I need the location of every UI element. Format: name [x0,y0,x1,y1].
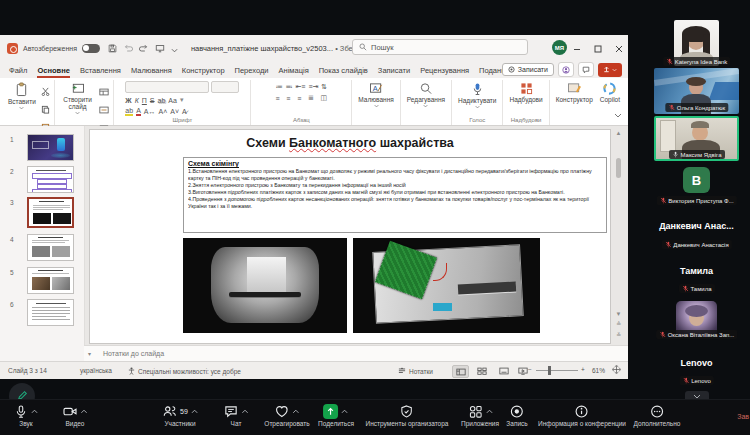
slide-text-box[interactable]: Схема скімінгу 1.Встановлення електронно… [183,157,607,233]
tab-review[interactable]: Рецензування [420,66,469,78]
tab-design[interactable]: Конструктор [182,66,225,78]
participant-tile-tamyla[interactable]: Тамила [643,266,750,276]
chevron-up-icon[interactable] [486,409,493,414]
share-screen-button[interactable]: Поделиться [318,403,354,427]
dictate-button[interactable]: Надиктувати [456,81,498,110]
tab-slideshow[interactable]: Показ слайдів [319,66,368,78]
audio-button[interactable]: Звук [14,403,38,427]
record-meeting-button[interactable]: Запись [506,403,527,427]
text-shadow-button[interactable]: ab [158,97,166,104]
strikethrough-button[interactable]: S [150,97,155,104]
slide-sorter-view-button[interactable] [474,365,489,376]
bullets-button[interactable]: ≔ [275,83,282,91]
chevron-up-icon[interactable] [191,409,198,414]
font-name-select[interactable] [125,81,209,93]
more-button[interactable]: Дополнительно [634,403,681,427]
tab-record[interactable]: Записати [378,66,410,78]
next-slide-button[interactable]: ≚ [614,332,623,338]
numbering-button[interactable]: ≕ [285,83,292,91]
undo-icon[interactable] [123,39,133,57]
scroll-down-icon[interactable]: ▼ [614,311,623,317]
align-center-button[interactable]: ≡ [286,95,290,102]
align-right-button[interactable]: ≡ [297,95,301,102]
apps-button[interactable]: Приложения [461,403,499,427]
notes-toggle-button[interactable]: Нотатки [398,367,433,375]
underline-button[interactable]: П [142,97,147,104]
chevron-up-icon[interactable] [81,409,88,414]
meeting-info-button[interactable]: Информация о конференции [538,403,626,427]
participant-tile-dankevych[interactable]: Данкевич Анас... [643,221,750,231]
chevron-up-icon[interactable] [31,409,38,414]
video-button[interactable]: Видео [63,403,88,427]
language-status[interactable]: українська [80,367,112,374]
align-left-button[interactable]: ≡ [275,95,279,102]
host-tools-button[interactable]: Инструменты организатора [366,403,449,427]
comments-icon[interactable] [578,62,594,77]
bold-button[interactable]: Ж [125,97,131,104]
reset-slide-icon[interactable] [99,101,109,117]
indent-decrease-button[interactable]: ⇤≡ [295,83,305,91]
new-slide-button[interactable]: Створити слайд [59,81,97,116]
addins-button[interactable]: Надбудови [507,81,544,104]
tab-draw[interactable]: Малювання [131,66,172,78]
chevron-up-icon[interactable] [242,409,249,414]
redo-icon[interactable] [139,39,149,57]
zoom-out-button[interactable]: − [528,366,532,373]
character-spacing-button[interactable]: A↔ [144,108,156,115]
grow-font-button[interactable]: A˄ [158,108,167,115]
participant-avatar-viktoria[interactable]: В [683,167,710,193]
end-meeting-button[interactable]: Зав [737,413,749,420]
account-avatar[interactable]: МЯ [552,40,567,55]
qat-customize-icon[interactable] [171,39,178,57]
editing-button[interactable]: Редагування [405,81,447,109]
drawing-button[interactable]: A Малювання [356,81,395,109]
italic-button[interactable]: К [135,97,139,104]
tab-insert[interactable]: Вставлення [80,66,121,78]
shrink-font-button[interactable]: A˅ [170,108,179,115]
participant-tile-lenovo[interactable]: Lenovo [643,358,750,368]
font-color-button[interactable]: A [136,107,141,116]
close-button[interactable] [615,39,623,57]
tab-animations[interactable]: Анімація [279,66,309,78]
paste-button[interactable]: Вставити [6,81,38,111]
notes-splitter-handle[interactable]: ▾ [88,350,91,357]
react-button[interactable]: Отреагировать [264,403,309,427]
fit-to-window-button[interactable] [612,365,621,375]
slide-layout-icon[interactable] [99,83,109,99]
accessibility-status[interactable]: Спеціальні можливості: усе добре [128,367,241,375]
zoom-level[interactable]: 61% [592,367,605,374]
zoom-in-button[interactable]: + [581,366,585,373]
highlight-color-button[interactable]: ab [125,107,133,116]
current-slide[interactable]: Схеми Банкоматного шахрайства Схема скім… [90,130,610,343]
participants-button[interactable]: 59 Участники [162,403,198,427]
designer-button[interactable]: Конструктор [554,81,595,104]
notes-bar[interactable]: ▾ Нотатки до слайда [84,345,628,361]
copy-icon[interactable] [41,101,50,117]
share-button[interactable] [598,63,622,77]
chevron-up-icon[interactable] [292,409,299,414]
reading-view-button[interactable] [496,365,511,376]
chat-button[interactable]: Чат [224,403,249,427]
slide-counter[interactable]: Слайд 3 з 14 [8,367,47,374]
scroll-up-icon[interactable]: ▲ [614,130,623,136]
clear-formatting-button[interactable]: A̷ [182,108,187,115]
normal-view-button[interactable] [452,365,469,378]
indent-increase-button[interactable]: ≡⇥ [308,83,318,91]
change-case-button[interactable]: Аа [168,97,177,104]
cut-icon[interactable] [41,83,50,99]
save-icon[interactable] [108,39,117,57]
tab-home[interactable]: Основне [37,66,69,78]
line-spacing-button[interactable]: ⇅ [321,83,327,91]
meet-now-icon[interactable] [558,62,574,77]
skimmer-photo-left[interactable] [183,238,347,333]
record-button[interactable]: Записати [502,63,554,76]
columns-button[interactable]: ◫ [321,94,328,102]
search-input[interactable]: Пошук [352,39,528,55]
font-size-select[interactable] [211,81,239,93]
justify-button[interactable]: ≣ [308,94,314,102]
minimize-button[interactable] [573,39,581,57]
slide-scrollbar[interactable]: ▲ ▼ ≙ ≚ [614,130,623,343]
zoom-slider-thumb[interactable] [548,366,551,375]
collapse-ribbon-icon[interactable] [614,104,622,122]
scroll-thumb[interactable] [616,158,621,178]
